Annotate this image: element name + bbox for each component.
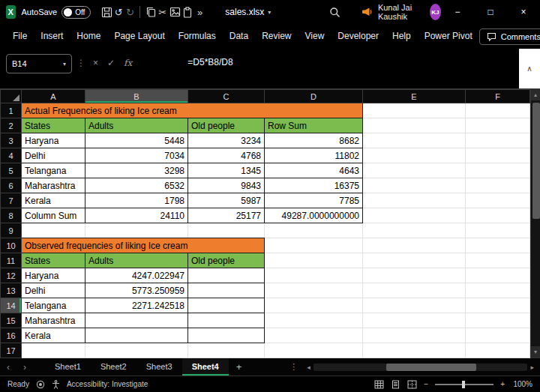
close-button[interactable]: × [507, 0, 540, 24]
cell[interactable]: 1345 [188, 163, 265, 178]
cell[interactable] [265, 343, 363, 358]
column-header-C[interactable]: C [188, 90, 265, 103]
column-header-B[interactable]: B [86, 90, 188, 103]
menu-home[interactable]: Home [70, 24, 107, 49]
vertical-scrollbar[interactable]: ▴ ▾ [530, 89, 540, 358]
megaphone-icon[interactable] [362, 4, 373, 20]
collapse-formula-bar-icon[interactable]: ∧ [519, 49, 540, 88]
cell[interactable]: Actual Frequencies of liking Ice cream [22, 103, 363, 118]
cell[interactable] [363, 133, 466, 148]
cell[interactable]: Adults [86, 253, 188, 268]
cell[interactable] [363, 193, 466, 208]
row-header-9[interactable]: 9 [1, 223, 22, 238]
cell[interactable]: Telangana [22, 298, 86, 313]
cell[interactable] [22, 343, 86, 358]
menu-power-pivot[interactable]: Power Pivot [418, 24, 479, 49]
cell[interactable]: 8682 [265, 133, 363, 148]
normal-view-icon[interactable] [374, 380, 384, 389]
cell[interactable]: Kerala [22, 193, 86, 208]
cell[interactable]: Adults [86, 118, 188, 133]
cell[interactable]: 5773.250959 [86, 283, 188, 298]
row-header-5[interactable]: 5 [1, 163, 22, 178]
menu-view[interactable]: View [298, 24, 332, 49]
avatar[interactable]: KJ [430, 4, 441, 20]
cell[interactable]: Delhi [22, 148, 86, 163]
cell[interactable]: Old people [188, 253, 265, 268]
toolbar-overflow-icon[interactable]: » [194, 7, 206, 18]
image-icon[interactable] [169, 4, 180, 20]
cell[interactable] [265, 253, 363, 268]
cell[interactable]: States [22, 118, 86, 133]
row-header-8[interactable]: 8 [1, 208, 22, 223]
enter-icon[interactable]: ✓ [103, 58, 119, 68]
cell[interactable] [466, 178, 530, 193]
cell[interactable] [363, 148, 466, 163]
insert-function-icon[interactable]: fx [119, 58, 136, 68]
name-box-dropdown-icon[interactable]: ▾ [63, 61, 66, 67]
cell[interactable]: Telangana [22, 163, 86, 178]
cell[interactable] [265, 268, 363, 283]
cell[interactable] [188, 343, 265, 358]
cell[interactable]: 4643 [265, 163, 363, 178]
horizontal-scrollbar-track[interactable] [314, 364, 528, 371]
cell[interactable] [466, 118, 530, 133]
cell[interactable] [86, 313, 188, 328]
cell[interactable]: 3234 [188, 133, 265, 148]
horizontal-scrollbar[interactable]: ◂ ▸ [304, 364, 537, 371]
cut-icon[interactable]: ✂ [157, 7, 168, 18]
tab-sheet3[interactable]: Sheet3 [136, 358, 182, 376]
cell[interactable] [466, 283, 530, 298]
cell[interactable]: 3298 [86, 163, 188, 178]
cell[interactable]: 25177 [188, 208, 265, 223]
save-icon[interactable] [100, 4, 112, 20]
cell[interactable]: Observed frequencies of liking Ice cream [22, 238, 265, 253]
cell[interactable] [188, 313, 265, 328]
cell[interactable]: 49287.0000000000 [265, 208, 363, 223]
scroll-up-icon[interactable]: ▴ [531, 89, 540, 100]
cell[interactable]: Maharashtra [22, 313, 86, 328]
user-name[interactable]: Kunal Jai Kaushik [378, 3, 424, 21]
page-layout-view-icon[interactable] [391, 380, 400, 389]
cell[interactable] [466, 223, 530, 238]
column-header-E[interactable]: E [363, 90, 466, 103]
accessibility-status[interactable]: Accessibility: Investigate [67, 380, 148, 388]
row-header-4[interactable]: 4 [1, 148, 22, 163]
cell[interactable] [363, 208, 466, 223]
cell[interactable] [86, 223, 188, 238]
menu-formulas[interactable]: Formulas [172, 24, 223, 49]
menu-developer[interactable]: Developer [331, 24, 386, 49]
menu-page-layout[interactable]: Page Layout [107, 24, 171, 49]
row-header-6[interactable]: 6 [1, 178, 22, 193]
cell[interactable] [265, 223, 363, 238]
row-header-3[interactable]: 3 [1, 133, 22, 148]
cell[interactable] [265, 328, 363, 343]
cell[interactable]: 16375 [265, 178, 363, 193]
row-header-2[interactable]: 2 [1, 118, 22, 133]
cell[interactable]: Row Sum [265, 118, 363, 133]
cell[interactable] [466, 148, 530, 163]
cell[interactable]: Haryana [22, 268, 86, 283]
cell[interactable]: 9843 [188, 178, 265, 193]
cell[interactable]: 4768 [188, 148, 265, 163]
tab-sheet2[interactable]: Sheet2 [91, 358, 136, 376]
column-header-D[interactable]: D [265, 90, 363, 103]
cell[interactable] [22, 223, 86, 238]
minimize-button[interactable]: − [441, 0, 474, 24]
row-header-7[interactable]: 7 [1, 193, 22, 208]
formula-input[interactable]: =D5*B8/D8 [136, 49, 519, 88]
cell[interactable] [188, 283, 265, 298]
cell[interactable]: 6532 [86, 178, 188, 193]
cell[interactable] [466, 253, 530, 268]
cell[interactable] [363, 343, 466, 358]
cell[interactable] [265, 313, 363, 328]
cell[interactable]: States [22, 253, 86, 268]
scroll-right-icon[interactable]: ▸ [527, 364, 537, 371]
search-icon[interactable] [329, 4, 340, 20]
row-header-16[interactable]: 16 [1, 328, 22, 343]
sheet-nav-prev-icon[interactable]: ‹ [0, 362, 16, 373]
cell[interactable] [363, 223, 466, 238]
undo-icon[interactable]: ↺ [113, 7, 124, 18]
cell[interactable]: Maharashtra [22, 178, 86, 193]
redo-icon[interactable]: ↻ [124, 7, 136, 18]
menu-help[interactable]: Help [386, 24, 418, 49]
